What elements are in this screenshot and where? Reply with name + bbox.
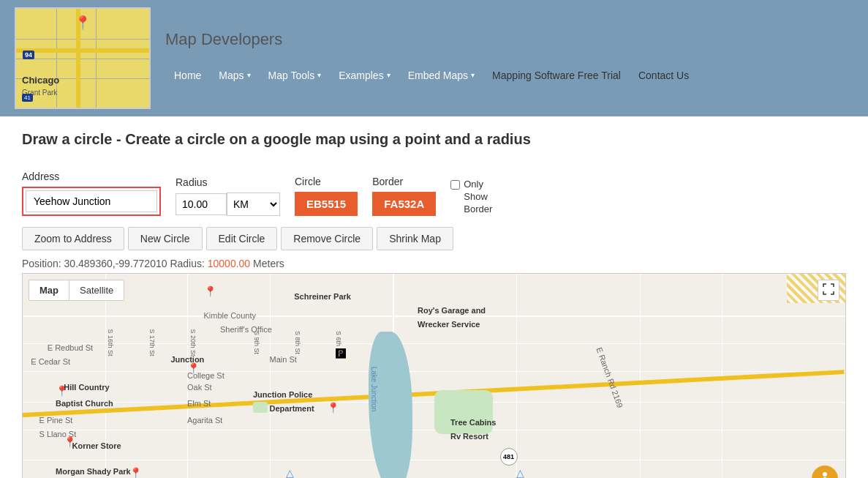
buttons-row: Zoom to Address New Circle Edit Circle R… (22, 227, 846, 250)
header: 94 📍 Chicago Grant Park 41 Map Developer… (0, 0, 868, 116)
header-center: Map Developers Home Maps ▾ Map Tools ▾ E… (151, 30, 853, 87)
nav-mapping-software[interactable]: Mapping Software Free Trial (483, 64, 630, 87)
circle-group: Circle EB5515 (295, 176, 358, 216)
svg-point-0 (823, 472, 827, 477)
only-border-group: OnlyShowBorder (450, 163, 492, 216)
position-suffix: Meters (250, 258, 284, 269)
new-circle-button[interactable]: New Circle (128, 227, 203, 250)
fullscreen-button[interactable] (818, 280, 839, 301)
map-tab-map[interactable]: Map (29, 280, 69, 300)
main-nav: Home Maps ▾ Map Tools ▾ Examples ▾ Embed… (165, 64, 853, 87)
examples-caret: ▾ (387, 71, 390, 79)
form-row: Address Radius KM Miles Meters Feet Circ… (22, 163, 846, 216)
embed-maps-caret: ▾ (471, 71, 475, 79)
map-tools-caret: ▾ (317, 71, 321, 79)
nav-map-tools[interactable]: Map Tools ▾ (260, 64, 331, 87)
nav-home[interactable]: Home (165, 64, 210, 87)
map-container: Schreiner Park Kimble County Sheriff's O… (22, 273, 846, 478)
address-input-wrapper (22, 187, 161, 216)
map-tabs: Map Satellite (29, 280, 124, 301)
page-title: Draw a circle - Create a circle on a goo… (22, 131, 846, 148)
position-info: Position: 30.489360,-99.772010 Radius: 1… (22, 258, 846, 269)
radius-label: Radius (176, 176, 280, 188)
position-prefix: Position: 30.489360,-99.772010 Radius: (22, 258, 208, 269)
border-label: Border (372, 176, 436, 187)
nav-examples[interactable]: Examples ▾ (330, 64, 399, 87)
radius-input[interactable] (176, 193, 227, 215)
circle-label: Circle (295, 176, 358, 187)
edit-circle-button[interactable]: Edit Circle (206, 227, 278, 250)
circle-color-button[interactable]: EB5515 (295, 192, 358, 216)
map-area[interactable]: Schreiner Park Kimble County Sheriff's O… (23, 274, 845, 478)
shrink-map-button[interactable]: Shrink Map (377, 227, 453, 250)
radius-unit-select[interactable]: KM Miles Meters Feet (227, 193, 280, 216)
remove-circle-button[interactable]: Remove Circle (281, 227, 373, 250)
site-title: Map Developers (165, 30, 853, 49)
nav-maps[interactable]: Maps ▾ (210, 64, 259, 87)
radius-group: Radius KM Miles Meters Feet (176, 176, 280, 216)
only-border-label: OnlyShowBorder (464, 179, 492, 216)
nav-contact-us[interactable]: Contact Us (630, 64, 698, 87)
border-color-button[interactable]: FA532A (372, 192, 436, 216)
only-border-checkbox[interactable] (450, 180, 460, 190)
radius-inputs: KM Miles Meters Feet (176, 193, 280, 216)
address-label: Address (22, 171, 161, 182)
address-group: Address (22, 171, 161, 216)
address-input[interactable] (26, 190, 157, 212)
fullscreen-icon (823, 283, 834, 295)
position-radius: 10000.00 (208, 258, 250, 269)
maps-caret: ▾ (247, 71, 251, 79)
pegman-icon (817, 471, 833, 478)
nav-embed-maps[interactable]: Embed Maps ▾ (399, 64, 483, 87)
border-group: Border FA532A (372, 176, 436, 216)
logo-map: 94 📍 Chicago Grant Park 41 (16, 9, 149, 108)
logo: 94 📍 Chicago Grant Park 41 (15, 7, 151, 109)
main-content: Draw a circle - Create a circle on a goo… (0, 116, 868, 478)
map-tab-satellite[interactable]: Satellite (69, 280, 124, 300)
zoom-to-address-button[interactable]: Zoom to Address (22, 227, 124, 250)
